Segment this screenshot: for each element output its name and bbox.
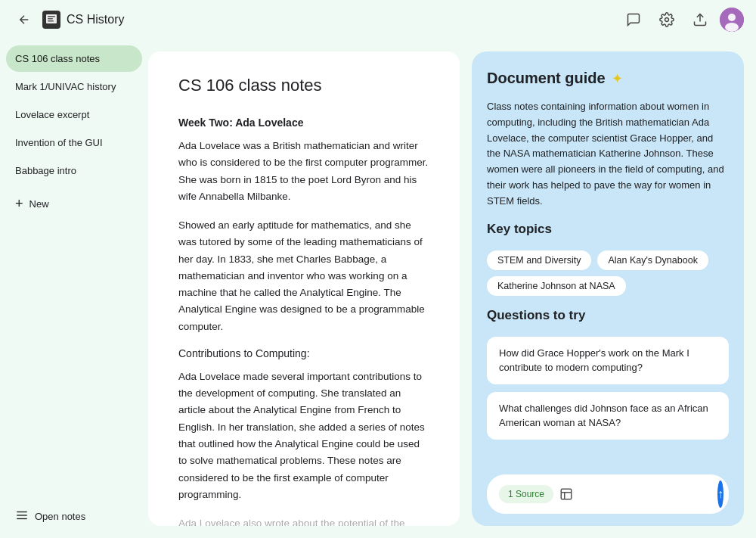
guide-description: Class notes containing information about… (487, 99, 729, 210)
topic-chip-alan[interactable]: Alan Kay's Dynabook (597, 250, 708, 270)
doc-para-1: Ada Lovelace was a British mathematician… (178, 138, 429, 205)
questions-section: Questions to try (487, 308, 729, 325)
notes-icon (15, 508, 29, 524)
plus-icon: + (15, 196, 23, 212)
topics-chips: STEM and Diversity Alan Kay's Dynabook K… (487, 250, 729, 296)
guide-panel: Document guide ✦ Class notes containing … (472, 51, 744, 526)
avatar[interactable] (720, 8, 744, 32)
attach-button[interactable] (559, 483, 573, 505)
topic-chip-stem[interactable]: STEM and Diversity (487, 250, 591, 270)
week-heading: Week Two: Ada Lovelace (178, 117, 429, 129)
app-icon (42, 11, 60, 29)
feedback-button[interactable] (620, 6, 647, 33)
svg-point-8 (725, 23, 739, 32)
open-notes-button[interactable]: Open notes (6, 501, 142, 532)
main-layout: CS 106 class notes Mark 1/UNIVAC history… (0, 39, 756, 538)
sidebar-item-lovelace[interactable]: Lovelace excerpt (6, 101, 142, 128)
guide-title: Document guide (487, 70, 606, 87)
source-badge[interactable]: 1 Source (499, 485, 553, 503)
share-button[interactable] (686, 6, 714, 33)
sidebar: CS 106 class notes Mark 1/UNIVAC history… (0, 39, 148, 538)
doc-para-3: Ada Lovelace made several important cont… (178, 369, 429, 503)
sidebar-item-cs106[interactable]: CS 106 class notes (6, 45, 142, 72)
sidebar-item-babbage[interactable]: Babbage intro (6, 157, 142, 184)
header-left: CS History (12, 8, 614, 32)
new-label: New (29, 198, 49, 210)
topic-chip-katherine[interactable]: Katherine Johnson at NASA (487, 276, 626, 296)
key-topics-title: Key topics (487, 222, 729, 237)
svg-rect-2 (48, 18, 53, 20)
svg-point-4 (665, 18, 669, 22)
doc-para-4: Ada Lovelace also wrote about the potent… (178, 515, 429, 526)
question-card-2[interactable]: What challenges did Johnson face as an A… (487, 392, 729, 440)
send-button[interactable]: ↑ (717, 480, 723, 508)
questions-list: How did Grace Hopper's work on the Mark … (487, 337, 729, 440)
sidebar-item-mark1[interactable]: Mark 1/UNIVAC history (6, 73, 142, 100)
open-notes-label: Open notes (35, 511, 85, 522)
svg-rect-12 (561, 489, 572, 499)
back-button[interactable] (12, 8, 36, 32)
guide-input[interactable] (579, 488, 711, 500)
guide-input-area: 1 Source ↑ (487, 474, 729, 514)
svg-rect-1 (48, 16, 55, 17)
key-topics-section: Key topics (487, 222, 729, 238)
new-note-button[interactable]: + New (6, 188, 142, 219)
sparkle-icon: ✦ (612, 70, 623, 87)
document-title: CS 106 class notes (178, 76, 429, 95)
question-card-1[interactable]: How did Grace Hopper's work on the Mark … (487, 337, 729, 384)
doc-para-2: Showed an early aptitude for mathematics… (178, 217, 429, 335)
svg-point-7 (728, 14, 736, 21)
settings-button[interactable] (653, 6, 680, 33)
app-title: CS History (67, 13, 124, 26)
content-area: CS 106 class notes Week Two: Ada Lovelac… (148, 39, 756, 538)
guide-header: Document guide ✦ (487, 70, 729, 87)
sidebar-item-invention[interactable]: Invention of the GUI (6, 129, 142, 156)
svg-rect-3 (48, 20, 54, 22)
header-actions (620, 6, 744, 33)
app-header: CS History (0, 0, 756, 39)
document-panel: CS 106 class notes Week Two: Ada Lovelac… (148, 51, 460, 526)
contributions-heading: Contributions to Computing: (178, 347, 429, 359)
questions-title: Questions to try (487, 308, 729, 323)
